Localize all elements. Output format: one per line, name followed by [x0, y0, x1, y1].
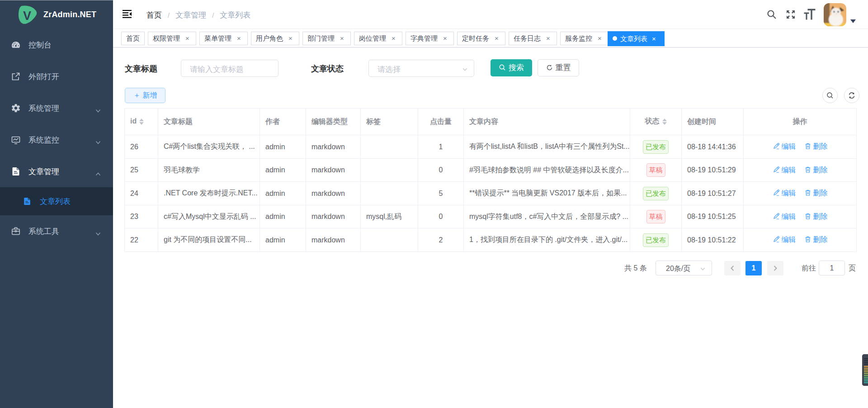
svg-text:V: V [23, 9, 31, 23]
